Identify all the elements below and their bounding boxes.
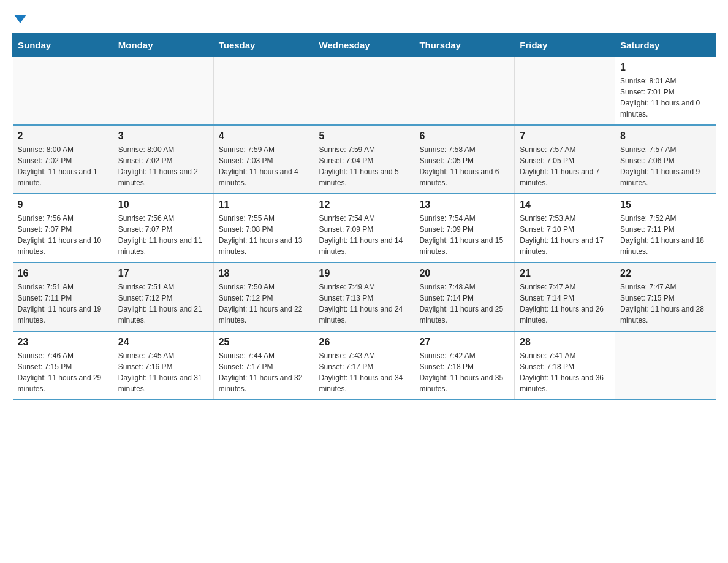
sunset-text: Sunset: 7:07 PM [118, 224, 208, 235]
calendar-cell: 13Sunrise: 7:54 AMSunset: 7:09 PMDayligh… [414, 194, 515, 262]
calendar-cell: 9Sunrise: 7:56 AMSunset: 7:07 PMDaylight… [13, 194, 113, 262]
sunset-text: Sunset: 7:10 PM [520, 224, 610, 235]
calendar-cell: 10Sunrise: 7:56 AMSunset: 7:07 PMDayligh… [113, 194, 213, 262]
day-info: Sunrise: 7:49 AMSunset: 7:13 PMDaylight:… [319, 282, 409, 326]
day-number: 25 [219, 337, 309, 348]
sunset-text: Sunset: 7:12 PM [118, 293, 208, 304]
logo-arrow-icon [14, 15, 26, 23]
calendar-week-row: 2Sunrise: 8:00 AMSunset: 7:02 PMDaylight… [13, 125, 716, 194]
day-number: 5 [319, 131, 409, 142]
day-number: 18 [219, 268, 309, 279]
daylight-text: Daylight: 11 hours and 26 minutes. [520, 304, 610, 326]
sunset-text: Sunset: 7:14 PM [520, 293, 610, 304]
daylight-text: Daylight: 11 hours and 14 minutes. [319, 235, 409, 257]
daylight-text: Daylight: 11 hours and 31 minutes. [118, 372, 208, 394]
sunset-text: Sunset: 7:04 PM [319, 155, 409, 166]
calendar-cell: 27Sunrise: 7:42 AMSunset: 7:18 PMDayligh… [414, 331, 515, 400]
day-number: 7 [520, 131, 610, 142]
sunrise-text: Sunrise: 7:57 AM [520, 144, 610, 155]
calendar-cell: 16Sunrise: 7:51 AMSunset: 7:11 PMDayligh… [13, 262, 113, 331]
day-info: Sunrise: 7:47 AMSunset: 7:15 PMDaylight:… [620, 282, 710, 326]
calendar-cell: 7Sunrise: 7:57 AMSunset: 7:05 PMDaylight… [515, 125, 615, 194]
day-number: 6 [419, 131, 509, 142]
sunset-text: Sunset: 7:09 PM [319, 224, 409, 235]
sunrise-text: Sunrise: 7:56 AM [18, 213, 108, 224]
day-number: 17 [118, 268, 208, 279]
sunrise-text: Sunrise: 7:56 AM [118, 213, 208, 224]
calendar-cell: 21Sunrise: 7:47 AMSunset: 7:14 PMDayligh… [515, 262, 615, 331]
day-number: 27 [419, 337, 509, 348]
sunrise-text: Sunrise: 7:57 AM [620, 144, 710, 155]
calendar-cell: 20Sunrise: 7:48 AMSunset: 7:14 PMDayligh… [414, 262, 515, 331]
daylight-text: Daylight: 11 hours and 18 minutes. [620, 235, 710, 257]
daylight-text: Daylight: 11 hours and 11 minutes. [118, 235, 208, 257]
calendar-cell: 23Sunrise: 7:46 AMSunset: 7:15 PMDayligh… [13, 331, 113, 400]
calendar-cell: 12Sunrise: 7:54 AMSunset: 7:09 PMDayligh… [314, 194, 414, 262]
calendar-week-row: 23Sunrise: 7:46 AMSunset: 7:15 PMDayligh… [13, 331, 716, 400]
calendar-cell: 4Sunrise: 7:59 AMSunset: 7:03 PMDaylight… [213, 125, 314, 194]
calendar-cell: 15Sunrise: 7:52 AMSunset: 7:11 PMDayligh… [615, 194, 716, 262]
day-number: 20 [419, 268, 509, 279]
day-number: 10 [118, 199, 208, 210]
day-number: 16 [18, 268, 108, 279]
day-info: Sunrise: 7:50 AMSunset: 7:12 PMDaylight:… [219, 282, 309, 326]
daylight-text: Daylight: 11 hours and 1 minute. [18, 166, 108, 188]
day-info: Sunrise: 7:58 AMSunset: 7:05 PMDaylight:… [419, 144, 509, 188]
sunset-text: Sunset: 7:15 PM [18, 361, 108, 372]
daylight-text: Daylight: 11 hours and 2 minutes. [118, 166, 208, 188]
calendar-week-row: 16Sunrise: 7:51 AMSunset: 7:11 PMDayligh… [13, 262, 716, 331]
calendar-week-row: 1Sunrise: 8:01 AMSunset: 7:01 PMDaylight… [13, 57, 716, 126]
sunrise-text: Sunrise: 8:00 AM [18, 144, 108, 155]
day-number: 9 [18, 199, 108, 210]
daylight-text: Daylight: 11 hours and 25 minutes. [419, 304, 509, 326]
daylight-text: Daylight: 11 hours and 32 minutes. [219, 372, 309, 394]
sunset-text: Sunset: 7:09 PM [419, 224, 509, 235]
sunset-text: Sunset: 7:02 PM [118, 155, 208, 166]
sunrise-text: Sunrise: 7:46 AM [18, 350, 108, 361]
day-number: 28 [520, 337, 610, 348]
sunrise-text: Sunrise: 7:44 AM [219, 350, 309, 361]
day-number: 4 [219, 131, 309, 142]
day-info: Sunrise: 7:46 AMSunset: 7:15 PMDaylight:… [18, 350, 108, 394]
daylight-text: Daylight: 11 hours and 15 minutes. [419, 235, 509, 257]
sunrise-text: Sunrise: 7:55 AM [219, 213, 309, 224]
sunset-text: Sunset: 7:03 PM [219, 155, 309, 166]
calendar-cell [515, 57, 615, 126]
weekday-header-thursday: Thursday [414, 34, 515, 57]
day-number: 21 [520, 268, 610, 279]
day-info: Sunrise: 7:52 AMSunset: 7:11 PMDaylight:… [620, 213, 710, 257]
calendar-table: SundayMondayTuesdayWednesdayThursdayFrid… [12, 33, 716, 400]
day-info: Sunrise: 7:59 AMSunset: 7:03 PMDaylight:… [219, 144, 309, 188]
sunrise-text: Sunrise: 7:59 AM [319, 144, 409, 155]
sunrise-text: Sunrise: 7:53 AM [520, 213, 610, 224]
daylight-text: Daylight: 11 hours and 19 minutes. [18, 304, 108, 326]
calendar-cell [113, 57, 213, 126]
calendar-cell: 6Sunrise: 7:58 AMSunset: 7:05 PMDaylight… [414, 125, 515, 194]
sunrise-text: Sunrise: 7:43 AM [319, 350, 409, 361]
day-number: 1 [620, 62, 710, 73]
day-info: Sunrise: 7:51 AMSunset: 7:12 PMDaylight:… [118, 282, 208, 326]
calendar-cell: 14Sunrise: 7:53 AMSunset: 7:10 PMDayligh… [515, 194, 615, 262]
sunrise-text: Sunrise: 7:48 AM [419, 282, 509, 293]
sunrise-text: Sunrise: 7:58 AM [419, 144, 509, 155]
weekday-header-monday: Monday [113, 34, 213, 57]
day-info: Sunrise: 7:56 AMSunset: 7:07 PMDaylight:… [18, 213, 108, 257]
sunset-text: Sunset: 7:13 PM [319, 293, 409, 304]
sunrise-text: Sunrise: 7:59 AM [219, 144, 309, 155]
day-number: 14 [520, 199, 610, 210]
sunrise-text: Sunrise: 7:51 AM [118, 282, 208, 293]
calendar-cell: 22Sunrise: 7:47 AMSunset: 7:15 PMDayligh… [615, 262, 716, 331]
daylight-text: Daylight: 11 hours and 4 minutes. [219, 166, 309, 188]
daylight-text: Daylight: 11 hours and 22 minutes. [219, 304, 309, 326]
daylight-text: Daylight: 11 hours and 6 minutes. [419, 166, 509, 188]
daylight-text: Daylight: 11 hours and 34 minutes. [319, 372, 409, 394]
day-number: 26 [319, 337, 409, 348]
calendar-week-row: 9Sunrise: 7:56 AMSunset: 7:07 PMDaylight… [13, 194, 716, 262]
calendar-cell [615, 331, 716, 400]
weekday-header-wednesday: Wednesday [314, 34, 414, 57]
day-info: Sunrise: 8:00 AMSunset: 7:02 PMDaylight:… [118, 144, 208, 188]
weekday-header-saturday: Saturday [615, 34, 716, 57]
day-info: Sunrise: 7:59 AMSunset: 7:04 PMDaylight:… [319, 144, 409, 188]
calendar-cell [213, 57, 314, 126]
sunset-text: Sunset: 7:08 PM [219, 224, 309, 235]
